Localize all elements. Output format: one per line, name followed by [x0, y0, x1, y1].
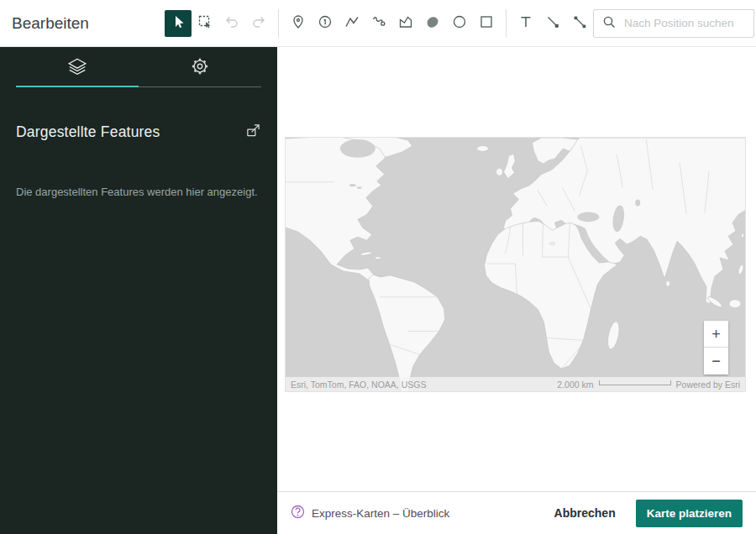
freehand-line-icon: [370, 13, 387, 33]
layers-icon: [67, 56, 87, 79]
numbered-marker-icon: [317, 13, 333, 33]
attribution-sources: Esri, TomTom, FAO, NOAA, USGS: [291, 380, 426, 390]
arrow-line-icon: [544, 13, 561, 33]
help-icon: [291, 505, 305, 522]
polyline-icon: [344, 13, 360, 33]
zoom-out-button[interactable]: −: [704, 348, 728, 374]
freehand-area-icon: [424, 13, 441, 33]
map-content: + − Esri, TomTom, FAO, NOAA, USGS 2.000 …: [277, 47, 756, 534]
place-map-button[interactable]: Karte platzieren: [636, 500, 743, 527]
world-map: [286, 138, 745, 391]
arrow-line-tool-button[interactable]: [539, 10, 566, 37]
double-arrow-line-icon: [571, 13, 588, 33]
text-icon: [517, 13, 534, 33]
draw-rectangle-tool-button[interactable]: [473, 10, 500, 37]
freehand-line-tool-button[interactable]: [365, 10, 392, 37]
redo-button[interactable]: [245, 10, 272, 37]
features-panel-title: Dargestellte Features: [16, 123, 160, 141]
tab-features[interactable]: [16, 49, 139, 87]
footer-bar: Express-Karten – Überblick Abbrechen Kar…: [277, 491, 756, 534]
toolbar-divider: [278, 9, 279, 38]
cancel-button[interactable]: Abbrechen: [554, 506, 616, 520]
sidebar: Dargestellte Features Die dargestellten …: [0, 47, 277, 534]
features-empty-message: Die dargestellten Features werden hier a…: [16, 185, 261, 200]
sidebar-tabs: [16, 49, 261, 87]
cursor-icon: [170, 13, 186, 33]
circle-icon: [451, 13, 468, 33]
main-area: Dargestellte Features Die dargestellten …: [0, 47, 756, 534]
powered-by-esri: Powered by Esri: [676, 380, 740, 390]
footer-actions: Abbrechen Karte platzieren: [554, 500, 743, 527]
expand-list-button[interactable]: [245, 123, 261, 141]
help-group[interactable]: Express-Karten – Überblick: [291, 505, 449, 522]
search-input[interactable]: [622, 16, 745, 30]
add-point-tool-button[interactable]: [285, 10, 312, 37]
page-title: Bearbeiten: [12, 14, 165, 33]
map-canvas[interactable]: + − Esri, TomTom, FAO, NOAA, USGS 2.000 …: [285, 137, 746, 392]
help-link[interactable]: Express-Karten – Überblick: [312, 507, 449, 520]
express-map-editor: Bearbeiten: [0, 0, 756, 534]
gear-icon: [190, 56, 210, 79]
topbar: Bearbeiten: [0, 0, 756, 47]
features-panel-header: Dargestellte Features: [16, 123, 261, 141]
draw-polygon-tool-button[interactable]: [392, 10, 419, 37]
select-tool-button[interactable]: [165, 10, 192, 37]
map-zoom-controls: + −: [704, 321, 728, 374]
expand-list-icon: [245, 123, 261, 141]
scale-label: 2.000 km: [557, 380, 593, 390]
drawing-toolbar: [165, 9, 593, 38]
zoom-in-button[interactable]: +: [704, 321, 728, 348]
draw-line-tool-button[interactable]: [339, 10, 365, 37]
search-icon: [602, 15, 616, 32]
map-pin-icon: [290, 13, 307, 33]
position-search[interactable]: [593, 9, 754, 38]
rectangle-icon: [478, 13, 495, 33]
tab-settings[interactable]: [139, 49, 261, 87]
polygon-icon: [397, 13, 414, 33]
draw-circle-tool-button[interactable]: [446, 10, 473, 37]
marquee-select-tool-button[interactable]: [192, 10, 218, 37]
map-attribution-bar: Esri, TomTom, FAO, NOAA, USGS 2.000 km P…: [286, 377, 745, 391]
freehand-polygon-tool-button[interactable]: [419, 10, 446, 37]
undo-button[interactable]: [218, 10, 245, 37]
double-arrow-line-tool-button[interactable]: [566, 10, 593, 37]
add-numbered-point-tool-button[interactable]: [312, 10, 339, 37]
toolbar-divider: [506, 9, 507, 38]
undo-icon: [223, 13, 240, 33]
redo-icon: [250, 13, 267, 33]
marquee-select-icon: [197, 13, 213, 33]
add-text-tool-button[interactable]: [512, 10, 539, 37]
scale-bar: [599, 380, 671, 385]
scale-group: 2.000 km Powered by Esri: [557, 380, 740, 390]
